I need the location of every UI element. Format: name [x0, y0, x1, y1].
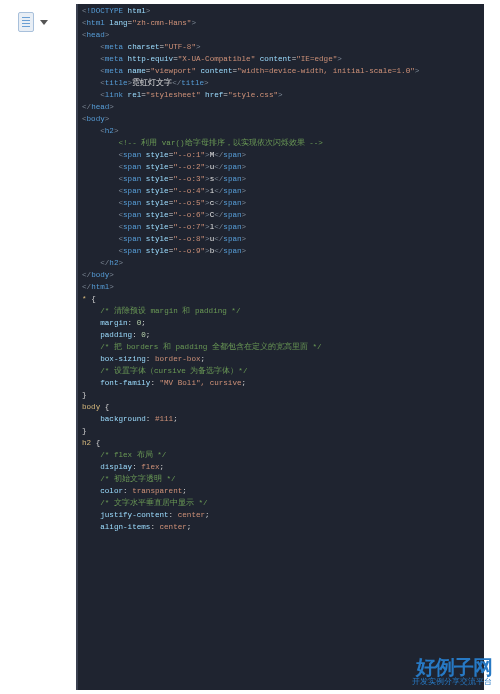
code-line: </html> [82, 282, 484, 294]
code-line: h2 { [82, 438, 484, 450]
code-line: } [82, 426, 484, 438]
code-line: <span style="--o:5">c</span> [82, 198, 484, 210]
code-line: padding: 0; [82, 330, 484, 342]
code-line: /* 把 borders 和 padding 全都包含在定义的宽高里面 */ [82, 342, 484, 354]
code-line: <span style="--o:1">M</span> [82, 150, 484, 162]
watermark-title: 好例子网 [412, 657, 492, 677]
code-line: * { [82, 294, 484, 306]
code-line: <span style="--o:8">u</span> [82, 234, 484, 246]
watermark-subtitle: 开发实例分享交流平台 [412, 678, 492, 686]
code-line: <meta http-equiv="X-UA-Compatible" conte… [82, 54, 484, 66]
code-line: body { [82, 402, 484, 414]
code-line: <span style="--o:7">l</span> [82, 222, 484, 234]
code-line: <body> [82, 114, 484, 126]
code-line: <!-- 利用 var()给字母排序，以实现依次闪烁效果 --> [82, 138, 484, 150]
code-line: <title>霓虹灯文字</title> [82, 78, 484, 90]
document-icon[interactable] [18, 12, 34, 32]
code-line: justify-content: center; [82, 510, 484, 522]
code-line: </h2> [82, 258, 484, 270]
code-line: background: #111; [82, 414, 484, 426]
code-line: display: flex; [82, 462, 484, 474]
code-line: <span style="--o:6">C</span> [82, 210, 484, 222]
code-line: margin: 0; [82, 318, 484, 330]
code-line: /* 清除预设 margin 和 padding */ [82, 306, 484, 318]
watermark: 好例子网 开发实例分享交流平台 [412, 657, 492, 686]
code-line: /* flex 布局 */ [82, 450, 484, 462]
code-line: color: transparent; [82, 486, 484, 498]
chevron-down-icon[interactable] [40, 20, 48, 25]
code-line: /* 设置字体（cursive 为备选字体）*/ [82, 366, 484, 378]
code-line: /* 初始文字透明 */ [82, 474, 484, 486]
code-line: <span style="--o:2">u</span> [82, 162, 484, 174]
code-line: <meta name="viewport" content="width=dev… [82, 66, 484, 78]
code-line: <html lang="zh-cmn-Hans"> [82, 18, 484, 30]
code-line: </head> [82, 102, 484, 114]
code-line: <meta charset="UTF-8"> [82, 42, 484, 54]
page: <!DOCTYPE html> <html lang="zh-cmn-Hans"… [0, 0, 500, 694]
sidebar [18, 12, 48, 32]
code-line: <link rel="stylesheet" href="style.css"> [82, 90, 484, 102]
code-line: <span style="--o:4">i</span> [82, 186, 484, 198]
code-line: <span style="--o:9">b</span> [82, 246, 484, 258]
code-line: <h2> [82, 126, 484, 138]
code-line: </body> [82, 270, 484, 282]
code-line: <span style="--o:3">s</span> [82, 174, 484, 186]
code-line: <head> [82, 30, 484, 42]
code-line: <!DOCTYPE html> [82, 6, 484, 18]
code-line: } [82, 390, 484, 402]
code-line: box-sizing: border-box; [82, 354, 484, 366]
code-line: align-items: center; [82, 522, 484, 534]
code-line: /* 文字水平垂直居中显示 */ [82, 498, 484, 510]
code-line: font-family: "MV Boli", cursive; [82, 378, 484, 390]
code-editor: <!DOCTYPE html> <html lang="zh-cmn-Hans"… [76, 4, 484, 690]
